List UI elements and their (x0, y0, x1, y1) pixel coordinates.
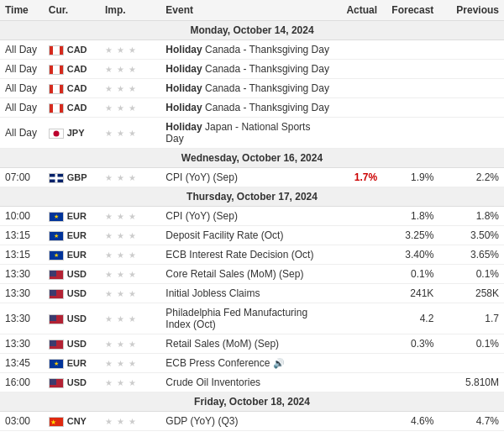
cell-event: Deposit Facility Rate (Oct) (160, 226, 334, 245)
ca-flag-icon (49, 65, 64, 75)
table-row: 13:30USD★ ★ ★Philadelphia Fed Manufactur… (0, 303, 504, 334)
cell-currency: USD (44, 373, 100, 392)
cell-currency: EUR (44, 354, 100, 373)
cell-currency: EUR (44, 226, 100, 245)
cell-importance: ★ ★ ★ (100, 79, 160, 98)
cell-time: 10:00 (0, 207, 44, 226)
table-row: 13:30USD★ ★ ★Core Retail Sales (MoM) (Se… (0, 265, 504, 284)
cell-time: 13:15 (0, 245, 44, 265)
cell-actual (334, 79, 382, 98)
cell-time: All Day (0, 118, 44, 149)
cell-forecast: 0.1% (382, 265, 438, 284)
event-name: Crude Oil Inventories (165, 376, 260, 388)
cell-previous: 0.1% (438, 334, 504, 354)
cell-currency: CNY (44, 412, 100, 431)
cell-time: 13:15 (0, 226, 44, 245)
event-name: Philadelphia Fed Manufacturing Index (Oc… (165, 307, 307, 330)
cell-event: Philadelphia Fed Manufacturing Index (Oc… (160, 303, 334, 334)
cell-previous: 2.2% (438, 168, 504, 187)
cell-forecast: 1.9% (382, 168, 438, 187)
table-row: 07:00GBP★ ★ ★CPI (YoY) (Sep)1.7%1.9%2.2% (0, 168, 504, 187)
cell-importance: ★ ★ ★ (100, 40, 160, 60)
table-row: All DayCAD★ ★ ★Holiday Canada - Thanksgi… (0, 79, 504, 98)
ca-flag-icon (49, 45, 64, 55)
cell-time: 13:30 (0, 284, 44, 303)
ca-flag-icon (49, 84, 64, 94)
cell-event: ECB Interest Rate Decision (Oct) (160, 245, 334, 265)
cell-actual (334, 40, 382, 60)
cell-event: ECB Press Conference🔊 (160, 354, 334, 373)
importance-stars: ★ ★ ★ (105, 314, 137, 324)
currency-code: USD (67, 339, 87, 349)
cell-event: Holiday Canada - Thanksgiving Day (160, 40, 334, 60)
currency-code: JPY (67, 128, 85, 138)
section-header-row: Thursday, October 17, 2024 (0, 187, 504, 207)
section-header-row: Monday, October 14, 2024 (0, 21, 504, 40)
cell-forecast (382, 98, 438, 118)
table-row: All DayCAD★ ★ ★Holiday Canada - Thanksgi… (0, 60, 504, 79)
event-name: ECB Press Conference (165, 357, 270, 369)
cell-forecast (382, 118, 438, 149)
us-flag-icon (49, 314, 64, 324)
cell-importance: ★ ★ ★ (100, 373, 160, 392)
cell-forecast: 4.2 (382, 303, 438, 334)
event-name: Initial Jobless Claims (165, 287, 260, 299)
cell-time: All Day (0, 60, 44, 79)
importance-stars: ★ ★ ★ (105, 212, 137, 221)
cell-previous (438, 118, 504, 149)
event-name: Holiday (165, 82, 202, 94)
section-header-row: Friday, October 18, 2024 (0, 392, 504, 412)
us-flag-icon (49, 340, 64, 350)
table-row: 03:00CNY★ ★ ★GDP (YoY) (Q3)4.6%4.7% (0, 412, 504, 431)
cell-forecast: 4.6% (382, 412, 438, 431)
table-row: All DayCAD★ ★ ★Holiday Canada - Thanksgi… (0, 40, 504, 60)
cell-importance: ★ ★ ★ (100, 207, 160, 226)
importance-stars: ★ ★ ★ (105, 231, 137, 240)
event-name: Deposit Facility Rate (Oct) (165, 229, 283, 241)
cell-actual (334, 373, 382, 392)
cell-actual (334, 226, 382, 245)
cell-currency: USD (44, 303, 100, 334)
currency-code: CAD (67, 103, 87, 113)
cell-time: 13:30 (0, 334, 44, 354)
cell-importance: ★ ★ ★ (100, 412, 160, 431)
cell-event: Holiday Canada - Thanksgiving Day (160, 79, 334, 98)
event-name: GDP (YoY) (Q3) (165, 415, 238, 427)
header-previous: Previous (438, 0, 504, 21)
cell-actual (334, 60, 382, 79)
importance-stars: ★ ★ ★ (105, 417, 137, 426)
table-row: 13:15EUR★ ★ ★ECB Interest Rate Decision … (0, 245, 504, 265)
eu-flag-icon (49, 359, 64, 369)
cell-forecast (382, 79, 438, 98)
event-name: CPI (YoY) (Sep) (165, 210, 238, 222)
cell-time: All Day (0, 40, 44, 60)
event-name: Holiday (165, 63, 202, 75)
event-detail: Canada - Thanksgiving Day (205, 102, 329, 113)
currency-code: EUR (67, 250, 87, 260)
currency-code: USD (67, 288, 87, 298)
header-actual: Actual (334, 0, 382, 21)
cell-importance: ★ ★ ★ (100, 118, 160, 149)
cell-actual (334, 412, 382, 431)
importance-stars: ★ ★ ★ (105, 84, 137, 93)
cell-importance: ★ ★ ★ (100, 303, 160, 334)
jp-flag-icon (49, 129, 64, 139)
cell-previous: 1.7 (438, 303, 504, 334)
cn-flag-icon (49, 417, 64, 427)
currency-code: EUR (67, 211, 87, 221)
importance-stars: ★ ★ ★ (105, 359, 137, 368)
cell-previous: 3.50% (438, 226, 504, 245)
cell-time: 03:00 (0, 412, 44, 431)
cell-event: Initial Jobless Claims (160, 284, 334, 303)
event-name: Retail Sales (MoM) (Sep) (165, 338, 279, 350)
eu-flag-icon (49, 212, 64, 222)
cell-event: Core Retail Sales (MoM) (Sep) (160, 265, 334, 284)
header-currency: Cur. (44, 0, 100, 21)
cell-importance: ★ ★ ★ (100, 98, 160, 118)
cell-forecast: 3.25% (382, 226, 438, 245)
cell-currency: CAD (44, 79, 100, 98)
header-time: Time (0, 0, 44, 21)
cell-actual (334, 207, 382, 226)
cell-forecast: 0.3% (382, 334, 438, 354)
importance-stars: ★ ★ ★ (105, 129, 137, 138)
